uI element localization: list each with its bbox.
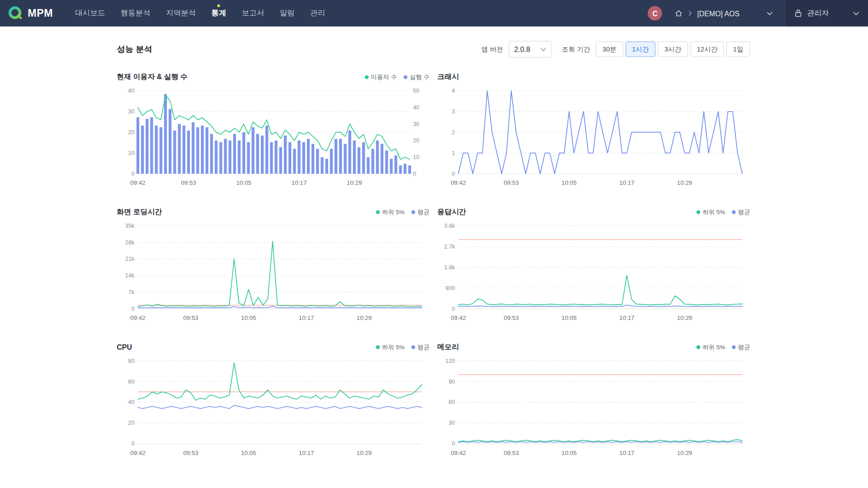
chart-canvas: 09001.8k2.7k3.6k09:4209:5310:0510:1710:2… (437, 219, 750, 324)
x-axis-tick-label: 10:05 (561, 314, 577, 321)
nav-item-1[interactable]: 대시보드 (67, 0, 113, 27)
x-axis-tick-label: 10:29 (356, 450, 372, 456)
filter-controls: 앱 버전 2.0.8 조회 기간 30분1시간3시간12시간1일 (481, 41, 750, 58)
nav-item-label: 대시보드 (75, 8, 105, 18)
x-axis-tick-label: 10:17 (292, 179, 307, 186)
chart-title: 현재 이용자 & 실행 수 (117, 72, 188, 82)
y-axis-tick-label: 60 (128, 378, 134, 385)
legend-item[interactable]: 하위 5% (696, 208, 725, 216)
legend-dot (696, 210, 700, 214)
legend-item[interactable]: 실행 수 (404, 73, 430, 81)
period-button-1[interactable]: 30분 (596, 42, 623, 57)
bar (307, 139, 310, 174)
legend-item[interactable]: 이용자 수 (365, 73, 397, 81)
nav-item-label: 지역분석 (166, 8, 196, 18)
x-axis-tick-label: 09:53 (181, 179, 196, 186)
chevron-down-icon[interactable] (767, 11, 773, 15)
bar (297, 141, 300, 174)
series-line (458, 275, 742, 305)
bar (326, 159, 328, 174)
chart-card-crash: 크래시 0123409:4209:5310:0510:1710:29 (437, 71, 750, 189)
brand[interactable]: MPM (0, 5, 67, 21)
topbar: MPM 대시보드행동분석지역분석통계보고서알림관리 C [DEMO] AOS (0, 0, 868, 27)
y-axis-tick-label: 35k (125, 222, 135, 229)
nav-item-5[interactable]: 보고서 (234, 0, 272, 27)
main-content: 성능 분석 앱 버전 2.0.8 조회 기간 30분1시간3시간12시간1일 (0, 27, 868, 488)
chart-title: 응답시간 (437, 207, 466, 217)
legend-dot (411, 345, 415, 349)
chart-plot-crash: 0123409:4209:5310:0510:1710:29 (437, 84, 750, 189)
chart-plot-users-executions: 0102030400102030405009:4209:5310:0510:17… (117, 84, 429, 189)
app-root: MPM 대시보드행동분석지역분석통계보고서알림관리 C [DEMO] AOS (0, 0, 868, 488)
bar (385, 150, 388, 174)
period-label: 조회 기간 (562, 45, 590, 54)
legend-label: 이용자 수 (371, 73, 397, 81)
y-axis-tick-label: 90 (448, 378, 455, 385)
legend-item[interactable]: 평균 (411, 343, 429, 351)
avatar[interactable]: C (648, 6, 662, 20)
nav-item-6[interactable]: 알림 (272, 0, 302, 27)
legend-label: 평균 (417, 208, 429, 216)
series-line (458, 91, 742, 174)
chart-plot-memory: 030609012009:4209:5310:0510:1710:29 (437, 354, 750, 460)
nav-item-4[interactable]: 통계 (203, 0, 234, 27)
x-axis-tick-label: 10:29 (347, 179, 362, 186)
period-button-2[interactable]: 1시간 (625, 42, 656, 57)
y-axis-right-tick-label: 20 (413, 137, 419, 144)
brand-name: MPM (28, 7, 53, 19)
legend-item[interactable]: 평균 (732, 343, 750, 351)
period-button-3[interactable]: 3시간 (658, 42, 688, 57)
bar (196, 127, 199, 174)
y-axis-tick-label: 7k (128, 289, 135, 296)
bar (279, 147, 282, 174)
legend-dot (376, 210, 380, 214)
period-button-5[interactable]: 1일 (726, 42, 750, 57)
y-axis-tick-label: 1 (452, 150, 455, 156)
app-selector[interactable]: [DEMO] AOS (675, 9, 773, 18)
bar (178, 124, 181, 174)
bar (316, 149, 319, 174)
x-axis-tick-label: 10:17 (619, 179, 635, 186)
legend-item[interactable]: 평균 (732, 208, 750, 216)
legend-label: 하위 5% (382, 208, 405, 216)
bar (206, 127, 208, 174)
chart-card-users-executions: 현재 이용자 & 실행 수 이용자 수실행 수 0102030400102030… (117, 71, 429, 189)
bar (164, 94, 167, 174)
chevron-right-icon (689, 10, 693, 16)
chevron-down-icon (540, 47, 546, 52)
topbar-nav: 대시보드행동분석지역분석통계보고서알림관리 (67, 0, 333, 27)
legend-item[interactable]: 하위 5% (376, 208, 405, 216)
app-version-select[interactable]: 2.0.8 (509, 41, 552, 58)
legend-label: 평균 (417, 343, 429, 351)
legend-item[interactable]: 하위 5% (376, 343, 405, 351)
x-axis-tick-label: 10:05 (561, 179, 577, 186)
bar (293, 149, 296, 174)
admin-menu[interactable]: 관리자 (785, 0, 868, 27)
nav-item-2[interactable]: 행동분석 (113, 0, 158, 27)
bar (265, 126, 268, 174)
bar (408, 165, 411, 174)
y-axis-tick-label: 900 (445, 285, 455, 291)
legend-item[interactable]: 평균 (411, 208, 429, 216)
y-axis-tick-label: 2.7k (444, 243, 455, 250)
y-axis-tick-label: 80 (128, 357, 134, 364)
legend-item[interactable]: 하위 5% (696, 343, 725, 351)
y-axis-right-tick-label: 50 (413, 87, 419, 94)
period-button-4[interactable]: 12시간 (690, 42, 724, 57)
y-axis-right-tick-label: 10 (413, 154, 419, 160)
x-axis-tick-label: 09:53 (504, 314, 519, 321)
nav-item-7[interactable]: 관리 (302, 0, 333, 27)
bar (215, 141, 217, 174)
bar (187, 131, 190, 174)
home-icon[interactable] (675, 9, 684, 18)
bar (274, 141, 277, 174)
bar (321, 157, 323, 174)
chevron-down-icon[interactable] (853, 11, 859, 15)
y-axis-tick-label: 0 (131, 170, 134, 177)
nav-item-3[interactable]: 지역분석 (158, 0, 203, 27)
app-version-value: 2.0.8 (514, 45, 530, 53)
legend-label: 하위 5% (703, 343, 725, 351)
chart-canvas: 02040608009:4209:5310:0510:1710:29 (117, 354, 429, 460)
y-axis-tick-label: 0 (131, 440, 134, 447)
bar (330, 149, 333, 174)
